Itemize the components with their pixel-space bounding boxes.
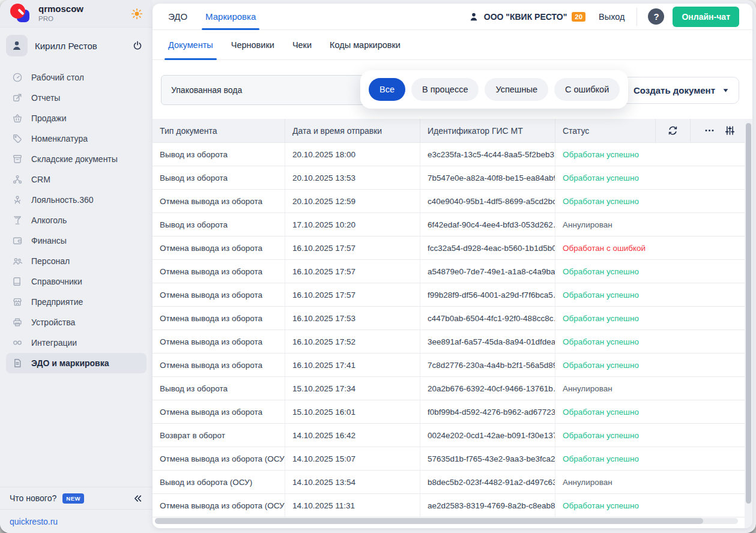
more-options-icon[interactable] [704,125,715,136]
sidebar-item-loyalty-360[interactable]: Лояльность.360 [6,190,147,210]
collapse-sidebar-icon[interactable] [133,493,143,504]
column-settings-icon[interactable] [724,125,736,136]
logout-button[interactable]: Выход [599,12,624,22]
wallet-icon [12,235,23,246]
sidebar-item-dashboard[interactable]: Рабочий стол [6,67,147,88]
table-row[interactable]: Отмена вывода из оборота (ОСУ) 14.10.202… [153,447,752,471]
table-row[interactable]: Отмена вывода из оборота (ОСУ) 14.10.202… [153,494,752,517]
vertical-scrollbar-thumb[interactable] [746,123,751,504]
documents-table: Тип документа Дата и время отправки Иден… [153,119,752,528]
table-row[interactable]: Вывод из оборота (ОСУ) 14.10.2025 13:54 … [153,471,752,494]
document-icon [12,358,23,369]
table-row[interactable]: Отмена вывода из оборота 16.10.2025 17:4… [153,354,752,377]
filter-chip-with-error[interactable]: С ошибкой [554,78,620,101]
cell-doc-type: Отмена вывода из оборота [153,400,285,423]
tab-marking[interactable]: Маркировка [205,4,256,29]
sidebar-item-devices[interactable]: Устройства [6,312,147,333]
column-header[interactable]: Дата и время отправки [285,119,420,142]
sidebar-item-label: Персонал [31,256,70,266]
subtab-documents[interactable]: Документы [168,30,213,59]
cell-sent-at: 15.10.2025 16:01 [285,400,420,423]
subtab-marking-codes[interactable]: Коды маркировки [330,30,401,59]
sidebar-item-nomenclature[interactable]: Номенклатура [6,128,147,149]
sidebar-item-directories[interactable]: Справочники [6,271,147,292]
cell-gis-mt-id: 3ee891af-6a57-45da-8a94-01dfdea… [420,330,555,353]
cell-gis-mt-id: 0024e202-0cd1-42ae-b091-f30e137… [420,424,555,447]
cell-filler [656,494,752,517]
sidebar-item-label: Складские документы [31,154,118,164]
column-header[interactable]: Идентификатор ГИС МТ [420,119,555,142]
user-avatar-icon [6,35,28,56]
quickresto-link[interactable]: quickresto.ru [10,517,58,526]
filter-chip-all[interactable]: Все [369,78,405,101]
subtab-drafts[interactable]: Черновики [231,30,274,59]
column-header[interactable]: Статус [555,119,656,142]
horizontal-scrollbar-track[interactable] [155,518,738,524]
vertical-scrollbar-track[interactable] [745,119,752,528]
table-row[interactable]: Отмена вывода из оборота 16.10.2025 17:5… [153,236,752,260]
cell-filler [656,260,752,283]
filter-chip-successful[interactable]: Успешные [485,78,548,101]
cell-doc-type: Отмена вывода из оборота [153,260,285,283]
sidebar-item-enterprise[interactable]: Предприятие [6,292,147,312]
cell-status: Обработан успешно [555,283,656,306]
column-header[interactable]: Тип документа [153,119,285,142]
table-row[interactable]: Отмена вывода из оборота 16.10.2025 17:5… [153,283,752,307]
refresh-icon[interactable] [667,125,679,136]
whats-new-row: Что нового? NEW [0,487,153,509]
org-chart-icon [12,174,23,185]
online-chat-button[interactable]: Онлайн-чат [673,7,739,27]
sidebar-item-staff[interactable]: Персонал [6,251,147,271]
cell-filler [656,424,752,447]
cell-filler [656,166,752,189]
cell-sent-at: 15.10.2025 17:34 [285,377,420,400]
table-row[interactable]: Вывод из оборота 20.10.2025 18:00 e3c235… [153,143,752,166]
table-row[interactable]: Вывод из оборота 17.10.2025 10:20 6f42ed… [153,213,752,236]
cell-doc-type: Вывод из оборота [153,377,285,400]
sidebar-item-edo-marking[interactable]: ЭДО и маркировка [6,353,147,373]
sidebar-item-sales[interactable]: Продажи [6,108,147,128]
subtab-receipts[interactable]: Чеки [292,30,312,59]
table-row[interactable]: Отмена вывода из оборота 16.10.2025 17:5… [153,260,752,283]
table-row[interactable]: Вывод из оборота 15.10.2025 17:34 20a2b6… [153,377,752,400]
cell-filler [656,283,752,306]
table-row[interactable]: Возврат в оборот 14.10.2025 16:42 0024e2… [153,424,752,447]
sidebar-item-warehouse-docs[interactable]: Складские документы [6,149,147,169]
table-header-columns: Тип документа Дата и время отправки Иден… [153,119,656,142]
refresh-cell [656,119,691,142]
cell-filler [656,236,752,259]
cell-status: Обработан успешно [555,190,656,212]
account-count-badge: 20 [572,12,585,22]
cell-doc-type: Возврат в оборот [153,424,285,447]
filter-chip-in-progress[interactable]: В процессе [411,78,479,101]
cell-status: Обработан успешно [555,330,656,353]
cell-filler [656,471,752,493]
subtabs: Документы Черновики Чеки Коды маркировки [153,30,752,60]
table-row[interactable]: Отмена вывода из оборота 16.10.2025 17:5… [153,330,752,354]
account-label: ООО "КВИК РЕСТО" [484,12,567,22]
account-switcher[interactable]: ООО "КВИК РЕСТО" 20 [468,11,585,22]
table-row[interactable]: Отмена вывода из оборота 20.10.2025 12:5… [153,190,752,213]
cell-gis-mt-id: 6f42edaf-90c4-4ee4-bfd3-053d262… [420,213,555,236]
cell-sent-at: 16.10.2025 17:52 [285,330,420,353]
horizontal-scrollbar-thumb[interactable] [155,518,703,524]
tab-edo[interactable]: ЭДО [168,4,187,29]
whats-new-link[interactable]: Что нового? [10,493,56,503]
table-row[interactable]: Отмена вывода из оборота 15.10.2025 16:0… [153,400,752,424]
cell-sent-at: 14.10.2025 13:54 [285,471,420,493]
theme-sun-icon[interactable] [131,8,143,20]
sidebar-item-label: Предприятие [31,297,83,307]
table-row[interactable]: Вывод из оборота 20.10.2025 13:53 7b547e… [153,166,752,190]
sidebar-item-finance[interactable]: Финансы [6,230,147,251]
chevron-down-icon [722,87,729,94]
sidebar-item-crm[interactable]: CRM [6,169,147,190]
table-row[interactable]: Отмена вывода из оборота 16.10.2025 17:5… [153,307,752,330]
cell-gis-mt-id: f99b28f9-df56-4001-a29d-f7f6bca5… [420,283,555,306]
logout-power-icon[interactable] [132,40,147,51]
sidebar-item-integrations[interactable]: Интеграции [6,333,147,353]
sidebar-item-reports[interactable]: Отчеты [6,88,147,108]
brand-block: qrmoscow PRO [38,4,131,22]
help-icon[interactable]: ? [648,8,664,25]
cell-gis-mt-id: c447b0ab-6504-4fc1-92f0-488cc8c… [420,307,555,330]
sidebar-item-alcohol[interactable]: Алкоголь [6,210,147,230]
